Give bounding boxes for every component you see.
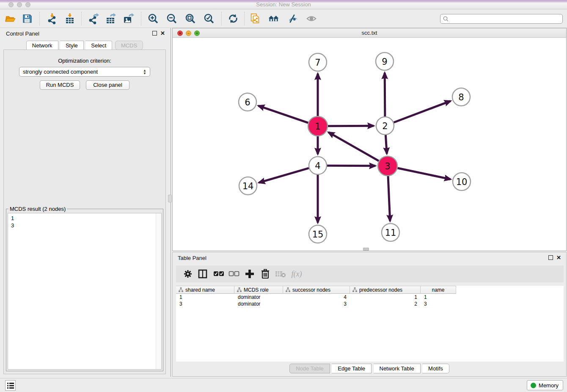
- network-window-titlebar[interactable]: ✕ − + scc.txt: [173, 28, 566, 38]
- save-session-icon[interactable]: [21, 13, 33, 25]
- float-table-panel-icon[interactable]: [548, 255, 553, 260]
- graph-edge-3-11[interactable]: [388, 176, 390, 221]
- graph-edge-1-2[interactable]: [328, 126, 374, 126]
- table-panel: Table Panel ✕ f(x) share: [172, 252, 567, 377]
- column-header[interactable]: shared name: [176, 286, 234, 294]
- column-header-label: shared name: [185, 287, 215, 293]
- export-network-icon[interactable]: [88, 13, 100, 25]
- tab-style[interactable]: Style: [60, 41, 84, 50]
- export-table-icon[interactable]: [105, 13, 117, 25]
- tab-network-table[interactable]: Network Table: [374, 364, 421, 373]
- criterion-dropdown[interactable]: strongly connected component ▲▼: [19, 67, 150, 77]
- delete-columns-icon[interactable]: [260, 268, 271, 279]
- column-header[interactable]: MCDS role: [234, 286, 283, 294]
- tab-motifs[interactable]: Motifs: [422, 364, 449, 373]
- close-panel-button[interactable]: Close panel: [86, 80, 129, 90]
- table-cell[interactable]: 3: [176, 301, 234, 307]
- table-cell[interactable]: 4: [283, 294, 350, 301]
- graph-edge-4-14[interactable]: [259, 168, 309, 182]
- first-neighbors-icon[interactable]: [268, 13, 280, 25]
- select-all-columns-icon[interactable]: [213, 268, 224, 279]
- zoom-in-icon[interactable]: [147, 13, 159, 25]
- window-resize-grip[interactable]: [363, 248, 369, 251]
- graph-edge-2-9[interactable]: [385, 73, 385, 116]
- minimize-window-button[interactable]: [17, 2, 22, 7]
- graph-edge-1-6[interactable]: [259, 106, 308, 123]
- column-header[interactable]: name: [421, 286, 456, 294]
- network-zoom-button[interactable]: +: [194, 30, 200, 36]
- network-minimize-button[interactable]: −: [186, 30, 191, 36]
- app-titlebar: Session: New Session: [0, 0, 567, 9]
- table-row[interactable]: 3dominator323: [176, 301, 564, 307]
- graph-node-label-10: 10: [456, 177, 468, 187]
- float-panel-icon[interactable]: [152, 31, 157, 36]
- table-cell[interactable]: 3: [421, 301, 456, 307]
- function-builder-icon[interactable]: f(x): [291, 268, 302, 279]
- graph-edge-3-1[interactable]: [328, 132, 379, 161]
- show-all-icon[interactable]: [306, 13, 317, 25]
- tab-edge-table[interactable]: Edge Table: [332, 364, 372, 373]
- tab-network[interactable]: Network: [26, 41, 58, 50]
- task-history-button[interactable]: [5, 380, 16, 391]
- apply-layout-icon[interactable]: [227, 13, 239, 25]
- graph-edge-3-10[interactable]: [397, 168, 450, 179]
- graph-edge-2-8[interactable]: [394, 101, 451, 123]
- close-panel-icon[interactable]: ✕: [160, 31, 165, 36]
- zoom-fit-icon[interactable]: [184, 13, 196, 25]
- node-table: shared nameMCDS rolesuccessor nodesprede…: [176, 286, 564, 362]
- new-network-from-selection-icon[interactable]: [249, 13, 261, 25]
- mcds-result-list[interactable]: 1 3: [8, 213, 162, 370]
- tab-mcds[interactable]: MCDS: [115, 41, 143, 50]
- deselect-all-columns-icon[interactable]: [228, 268, 239, 279]
- graph-node-label-1: 1: [315, 121, 320, 132]
- result-scrollbar[interactable]: [156, 213, 161, 369]
- graph-edge-4-3[interactable]: [327, 166, 375, 166]
- close-table-panel-icon[interactable]: ✕: [556, 255, 561, 260]
- open-file-icon[interactable]: [4, 13, 16, 25]
- fx-label: f(x): [292, 270, 302, 279]
- control-panel-tabs: Network Style Select MCDS: [0, 41, 169, 50]
- table-cell[interactable]: 1: [350, 294, 421, 301]
- column-tree-icon: [179, 287, 183, 292]
- table-row[interactable]: 1dominator411: [176, 294, 564, 301]
- memory-button[interactable]: Memory: [527, 380, 563, 390]
- zoom-out-icon[interactable]: [166, 13, 178, 25]
- close-window-button[interactable]: [8, 2, 14, 7]
- panel-divider[interactable]: [171, 28, 171, 377]
- control-panel-title: Control Panel: [6, 30, 39, 37]
- table-cell[interactable]: 1: [176, 294, 234, 301]
- network-graph[interactable]: 1234678910111415: [173, 38, 566, 251]
- delete-table-icon[interactable]: [275, 268, 286, 279]
- toolbar-separator: [244, 12, 245, 25]
- tab-node-table[interactable]: Node Table: [289, 364, 330, 373]
- create-column-icon[interactable]: [244, 268, 255, 279]
- hide-selected-icon[interactable]: [286, 13, 298, 25]
- column-header[interactable]: successor nodes: [283, 286, 350, 294]
- run-mcds-button[interactable]: Run MCDS: [40, 80, 80, 90]
- network-close-button[interactable]: ✕: [177, 30, 183, 36]
- divider-grip[interactable]: [168, 195, 172, 202]
- export-image-icon[interactable]: [123, 13, 135, 25]
- tab-select[interactable]: Select: [85, 41, 112, 50]
- import-network-icon[interactable]: [47, 13, 58, 25]
- dropdown-stepper-icon: ▲▼: [143, 69, 146, 75]
- show-columns-icon[interactable]: [197, 268, 208, 279]
- table-cell[interactable]: 2: [350, 301, 421, 307]
- search-input[interactable]: [449, 15, 562, 23]
- control-panel-header: Control Panel ✕: [0, 28, 169, 39]
- window-title: Session: New Session: [0, 0, 567, 9]
- import-table-icon[interactable]: [64, 13, 76, 25]
- table-cell[interactable]: dominator: [234, 301, 283, 307]
- table-panel-title: Table Panel: [178, 255, 206, 261]
- table-options-icon[interactable]: [182, 268, 193, 279]
- table-cell[interactable]: 1: [421, 294, 456, 301]
- column-header-label: MCDS role: [244, 287, 269, 293]
- table-cell[interactable]: 3: [283, 301, 350, 307]
- maximize-window-button[interactable]: [25, 2, 30, 7]
- search-field[interactable]: [440, 14, 563, 24]
- table-tabs: Node Table Edge Table Network Table Moti…: [173, 364, 566, 373]
- zoom-selected-icon[interactable]: [203, 13, 215, 25]
- table-cell[interactable]: dominator: [234, 294, 283, 301]
- column-header[interactable]: predecessor nodes: [350, 286, 421, 294]
- graph-edge-2-3[interactable]: [385, 135, 387, 154]
